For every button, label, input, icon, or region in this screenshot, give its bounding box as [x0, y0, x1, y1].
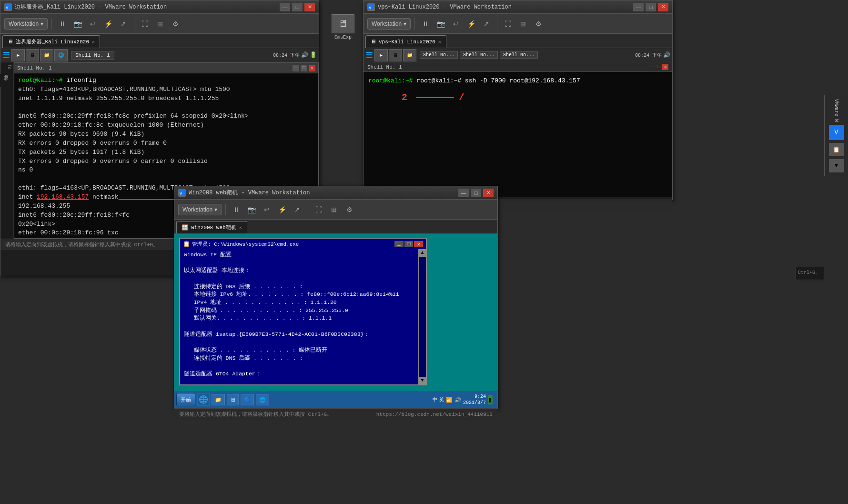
taskbar-icon-3[interactable]: 📁 — [40, 49, 53, 61]
vps-minimize-button[interactable]: — — [633, 3, 644, 11]
dropdown-arrow: ▾ — [40, 20, 43, 27]
win2008-workstation-dropdown[interactable]: Workstation ▾ — [178, 204, 222, 215]
win2008-pause-btn[interactable]: ⏸ — [230, 203, 243, 216]
win2008-settings-btn[interactable]: ⚙ — [343, 203, 356, 216]
left-side-indicators: fd 文件 主 — [0, 74, 13, 87]
win2008-minimize-button[interactable]: — — [458, 189, 469, 197]
vps-shell-tab-1[interactable]: Shell No... — [420, 51, 458, 59]
vps-revert-button[interactable]: ↩ — [449, 17, 463, 30]
vps-inner-max[interactable]: □ — [658, 64, 661, 70]
win2008-revert-btn[interactable]: ↩ — [260, 203, 273, 216]
vps-send-button[interactable]: ↗ — [480, 17, 493, 30]
cmd-min[interactable]: _ — [394, 241, 404, 247]
win2008-maximize-button[interactable]: □ — [471, 189, 481, 197]
vps-speaker-icon[interactable]: 🔊 — [663, 51, 670, 59]
term-line-8: RX errors 0 dropped 0 overruns 0 frame 0 — [18, 139, 314, 148]
win2008-statusbar: 要将输入定向到该虚拟机，请将鼠标指针移入其中或按 Ctrl+G。 https:/… — [174, 408, 497, 420]
win-tray-cn: 中 — [433, 396, 437, 403]
vmware-side-btn-1[interactable]: 📋 — [829, 143, 844, 156]
win2008-send-btn[interactable]: ↗ — [291, 203, 304, 216]
win2008-unity-btn[interactable]: ⊞ — [327, 203, 341, 216]
vps-icon-3[interactable]: 📁 — [403, 49, 416, 61]
vps-shell-tab-2[interactable]: Shell No... — [460, 51, 498, 59]
shell-taskbar-item[interactable]: Shell No. 1 — [71, 51, 114, 60]
revert-button[interactable]: ↩ — [86, 17, 100, 30]
send-button[interactable]: ↗ — [117, 17, 130, 30]
scroll-down[interactable]: ▼ — [419, 377, 426, 384]
tab-win2008[interactable]: 🪟 Win2008 web靶机 ✕ — [176, 221, 247, 233]
vmware-side-btn-2[interactable]: ▼ — [829, 159, 844, 172]
vps-icon-1[interactable]: ▶ — [374, 49, 388, 61]
inner-close-btn[interactable]: ✕ — [309, 65, 315, 71]
taskbar-icon-1[interactable]: ▶ — [11, 49, 25, 61]
vps-xfce-menu-icon[interactable]: ☰ — [365, 50, 373, 60]
inner-min-btn[interactable]: — — [293, 65, 299, 71]
show-desktop-btn[interactable]: ▮ — [488, 395, 493, 404]
vps-inner-min[interactable]: — — [653, 64, 656, 70]
taskbar-chrome[interactable]: 🔵 — [241, 394, 254, 405]
win2008-power-btn[interactable]: ⚡ — [275, 203, 289, 216]
win2008-workstation-label: Workstation — [182, 206, 212, 213]
scroll-up[interactable]: ▲ — [419, 249, 426, 257]
minimize-button[interactable]: — — [280, 3, 290, 11]
term-line-5: inet6 fe80::20c:29ff:fe18:fc8c prefixlen… — [18, 112, 314, 121]
start-button[interactable]: 开始 — [176, 393, 195, 406]
tab-kali-border-label: 边界服务器_Kali Linux2020 — [16, 38, 89, 45]
cmd-scrollbar[interactable]: ▲ ▼ — [418, 249, 426, 384]
maximize-button[interactable]: □ — [292, 3, 303, 11]
term-line-11: ns 0 — [18, 166, 314, 175]
tab-vps-close-icon[interactable]: ✕ — [438, 39, 441, 45]
vps-workstation-dropdown[interactable]: Workstation ▾ — [367, 18, 411, 30]
battery-icon: 🔋 — [310, 51, 317, 59]
taskbar-icon-4[interactable]: 🌐 — [54, 49, 68, 61]
speaker-icon[interactable]: 🔊 — [301, 51, 308, 59]
inner-max-btn[interactable]: □ — [301, 65, 307, 71]
taskbar-icon-2[interactable]: 🖥 — [26, 49, 39, 61]
taskbar-browser2[interactable]: 🌐 — [256, 394, 269, 405]
vps-snapshot-button[interactable]: 📷 — [434, 17, 447, 30]
vps-power-button[interactable]: ⚡ — [464, 17, 478, 30]
vps-maximize-button[interactable]: □ — [646, 3, 656, 11]
power-button[interactable]: ⚡ — [101, 17, 115, 30]
win2008-fullscreen-btn[interactable]: ⛶ — [312, 203, 325, 216]
cmd-max[interactable]: □ — [404, 241, 414, 247]
win2008-close-button[interactable]: ✕ — [483, 189, 494, 197]
tab-vps-kali[interactable]: 🖥 vps~Kali Linux2020 ✕ — [365, 35, 446, 48]
term-line-1: root@kali:~# ifconfig — [18, 76, 314, 85]
pause-button[interactable]: ⏸ — [56, 17, 69, 30]
xfce-menu-icon[interactable]: ☰ — [2, 50, 10, 60]
vps-close-button[interactable]: ✕ — [658, 3, 668, 11]
vps-fullscreen-button[interactable]: ⛶ — [501, 17, 515, 30]
workstation-dropdown[interactable]: Workstation ▾ — [4, 18, 48, 30]
vps-dropdown-arrow: ▾ — [404, 20, 406, 27]
vps-inner-close[interactable]: ✕ — [662, 64, 668, 70]
taskbar-explorer[interactable]: 📁 — [212, 394, 225, 405]
vps-unity-button[interactable]: ⊞ — [516, 17, 530, 30]
tab-close-icon[interactable]: ✕ — [92, 39, 95, 45]
vps-pause-button[interactable]: ⏸ — [419, 17, 432, 30]
settings-button[interactable]: ⚙ — [169, 17, 182, 30]
svg-text:V: V — [180, 192, 182, 196]
vps-ssh-command: root@kali:~# ssh -D 7000 root@192.168.43… — [416, 77, 580, 84]
taskbar-cmd[interactable]: 🖥 — [227, 394, 239, 405]
tab-kali-border[interactable]: 🖥 边界服务器_Kali Linux2020 ✕ — [2, 35, 100, 48]
cmd-close[interactable]: ✕ — [414, 241, 423, 247]
unity-button[interactable]: ⊞ — [153, 17, 167, 30]
snapshot-button[interactable]: 📷 — [71, 17, 84, 30]
cms-exp-icon[interactable]: 🖥 CmsExp — [326, 14, 360, 40]
vps-shell-tab-3[interactable]: Shell No... — [500, 51, 538, 59]
cmd-content[interactable]: Windows IP 配置 以太网适配器 本地连接： 连接特定的 DNS 后缀 … — [180, 249, 418, 384]
win2008-snapshot-btn[interactable]: 📷 — [245, 203, 258, 216]
tab-win2008-close[interactable]: ✕ — [239, 225, 242, 231]
window-controls: — □ ✕ — [280, 3, 315, 11]
close-button[interactable]: ✕ — [304, 3, 315, 11]
taskbar-ie-icon[interactable]: 🌐 — [197, 393, 210, 406]
cmd-window: 📋 管理员: C:\Windows\system32\cmd.exe _ □ ✕… — [179, 238, 427, 385]
tab-win2008-icon: 🪟 — [182, 224, 188, 231]
vps-settings-button[interactable]: ⚙ — [532, 17, 545, 30]
term-line-6: ether 00:0c:29:18:fc:8c txqueuelen 1000 … — [18, 121, 314, 130]
vps-icon-2[interactable]: 🖥 — [389, 49, 402, 61]
fullscreen-button[interactable]: ⛶ — [138, 17, 151, 30]
vps-terminal[interactable]: root@kali:~# root@kali:~# ssh -D 7000 ro… — [363, 72, 672, 197]
win-time: 9:24 — [463, 393, 486, 400]
